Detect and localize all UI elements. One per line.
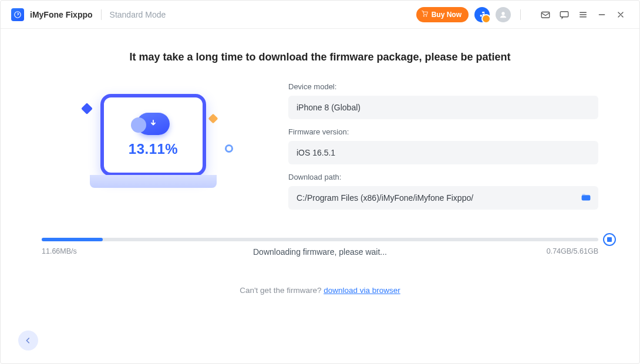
mode-label: Standard Mode xyxy=(110,10,166,19)
device-model-value: iPhone 8 (Global) xyxy=(297,103,361,112)
buy-now-label: Buy Now xyxy=(432,11,462,19)
titlebar: iMyFone Fixppo Standard Mode Buy Now xyxy=(1,1,639,29)
download-percent: 13.11% xyxy=(129,141,178,157)
download-via-browser-link[interactable]: download via browser xyxy=(324,286,400,295)
download-path-label: Download path: xyxy=(288,173,598,181)
device-model-label: Device model: xyxy=(288,82,598,91)
device-model-field: iPhone 8 (Global) xyxy=(288,96,598,119)
cloud-download-icon xyxy=(137,113,170,135)
progress-section: 11.66MB/s Downloading firmware, please w… xyxy=(42,238,598,255)
firmware-version-field: iOS 16.5.1 xyxy=(288,141,598,164)
download-path-value: C:/Program Files (x86)/iMyFone/iMyfone F… xyxy=(297,193,473,203)
svg-rect-2 xyxy=(541,12,550,18)
svg-rect-3 xyxy=(560,11,568,16)
app-window: iMyFone Fixppo Standard Mode Buy Now It … xyxy=(0,0,640,364)
stop-button[interactable] xyxy=(603,233,616,246)
buy-now-button[interactable]: Buy Now xyxy=(416,7,469,22)
minimize-button[interactable] xyxy=(594,6,610,23)
decor-diamond-icon xyxy=(81,103,93,114)
illustration: 13.11% xyxy=(42,82,265,218)
back-button[interactable] xyxy=(18,331,38,350)
music-search-icon[interactable] xyxy=(474,7,490,22)
page-headline: It may take a long time to download the … xyxy=(42,51,598,63)
svg-rect-4 xyxy=(582,196,590,200)
close-button[interactable] xyxy=(612,6,629,23)
download-status: Downloading firmware, please wait... xyxy=(42,247,598,257)
footer-help: Can't get the firmware? download via bro… xyxy=(42,286,598,295)
progress-bar-fill xyxy=(42,238,103,241)
cart-icon xyxy=(421,10,429,19)
divider xyxy=(520,9,521,20)
app-name: iMyFone Fixppo xyxy=(30,10,93,19)
footer-prefix: Can't get the firmware? xyxy=(240,286,324,295)
fields-column: Device model: iPhone 8 (Global) Firmware… xyxy=(288,82,598,218)
svg-point-1 xyxy=(501,12,504,15)
device-illustration: 13.11% xyxy=(100,94,206,176)
menu-icon[interactable] xyxy=(575,6,591,23)
stop-icon xyxy=(607,237,612,242)
decor-ring-icon xyxy=(225,144,233,153)
mail-icon[interactable] xyxy=(537,6,554,23)
app-logo-icon xyxy=(11,8,24,21)
download-path-field: C:/Program Files (x86)/iMyFone/iMyfone F… xyxy=(288,186,598,210)
feedback-icon[interactable] xyxy=(556,6,572,23)
profile-icon[interactable] xyxy=(496,7,511,22)
progress-bar xyxy=(42,238,598,241)
progress-row: 11.66MB/s Downloading firmware, please w… xyxy=(42,247,598,255)
device-stand xyxy=(90,175,217,188)
firmware-version-value: iOS 16.5.1 xyxy=(297,148,335,157)
divider xyxy=(101,9,102,20)
browse-folder-icon[interactable] xyxy=(581,192,591,204)
main-content: It may take a long time to download the … xyxy=(1,29,639,295)
firmware-version-label: Firmware version: xyxy=(288,127,598,136)
decor-sparkle-icon xyxy=(208,114,218,124)
